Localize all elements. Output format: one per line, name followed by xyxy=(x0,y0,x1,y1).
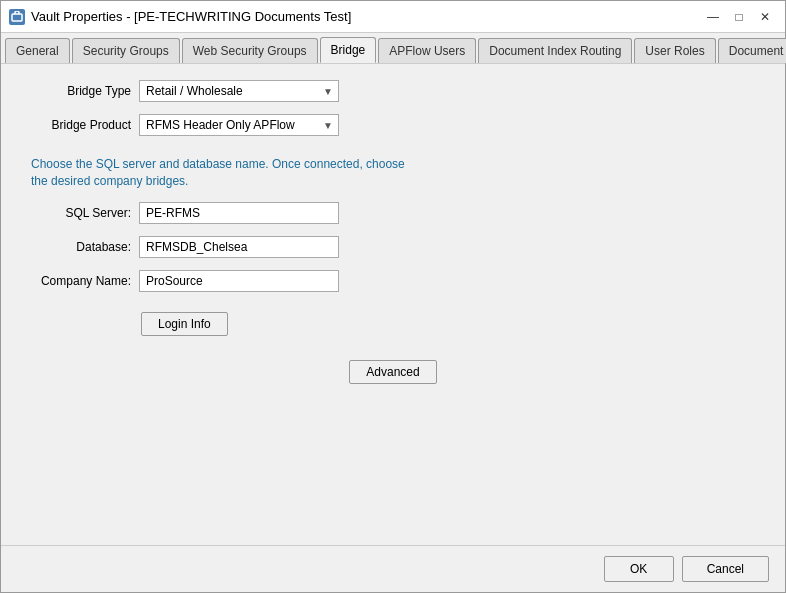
ok-button[interactable]: OK xyxy=(604,556,674,582)
bridge-product-select-wrapper: RFMS Header Only APFlowOther ▼ xyxy=(139,114,339,136)
info-text: Choose the SQL server and database name.… xyxy=(31,156,411,190)
tab-document-publishing[interactable]: Document Publishing xyxy=(718,38,786,63)
bridge-type-select[interactable]: Retail / WholesaleOther xyxy=(139,80,339,102)
main-window: Vault Properties - [PE-TECHWRITING Docum… xyxy=(0,0,786,593)
database-input[interactable] xyxy=(139,236,339,258)
login-info-row: Login Info xyxy=(141,312,765,336)
tab-bar: General Security Groups Web Security Gro… xyxy=(1,33,785,64)
company-name-input[interactable] xyxy=(139,270,339,292)
tab-user-roles[interactable]: User Roles xyxy=(634,38,715,63)
bridge-product-select[interactable]: RFMS Header Only APFlowOther xyxy=(139,114,339,136)
company-name-row: Company Name: xyxy=(21,270,765,292)
maximize-button[interactable]: □ xyxy=(727,7,751,27)
minimize-button[interactable]: — xyxy=(701,7,725,27)
sql-server-row: SQL Server: xyxy=(21,202,765,224)
sql-server-input[interactable] xyxy=(139,202,339,224)
bridge-product-label: Bridge Product xyxy=(21,118,131,132)
tab-security-groups[interactable]: Security Groups xyxy=(72,38,180,63)
window-title: Vault Properties - [PE-TECHWRITING Docum… xyxy=(31,9,351,24)
tab-document-index-routing[interactable]: Document Index Routing xyxy=(478,38,632,63)
advanced-row: Advanced xyxy=(21,360,765,384)
window-icon xyxy=(9,9,25,25)
tab-bridge[interactable]: Bridge xyxy=(320,37,377,63)
advanced-button[interactable]: Advanced xyxy=(349,360,436,384)
tab-general[interactable]: General xyxy=(5,38,70,63)
footer: OK Cancel xyxy=(1,545,785,592)
bridge-product-row: Bridge Product RFMS Header Only APFlowOt… xyxy=(21,114,765,136)
tab-apflow-users[interactable]: APFlow Users xyxy=(378,38,476,63)
bridge-type-select-wrapper: Retail / WholesaleOther ▼ xyxy=(139,80,339,102)
bridge-type-row: Bridge Type Retail / WholesaleOther ▼ xyxy=(21,80,765,102)
login-info-button[interactable]: Login Info xyxy=(141,312,228,336)
company-name-label: Company Name: xyxy=(21,274,131,288)
bridge-type-label: Bridge Type xyxy=(21,84,131,98)
database-row: Database: xyxy=(21,236,765,258)
svg-rect-0 xyxy=(12,14,22,21)
close-button[interactable]: ✕ xyxy=(753,7,777,27)
cancel-button[interactable]: Cancel xyxy=(682,556,769,582)
database-label: Database: xyxy=(21,240,131,254)
sql-server-label: SQL Server: xyxy=(21,206,131,220)
title-bar: Vault Properties - [PE-TECHWRITING Docum… xyxy=(1,1,785,33)
content-area: Bridge Type Retail / WholesaleOther ▼ Br… xyxy=(1,64,785,545)
tab-web-security-groups[interactable]: Web Security Groups xyxy=(182,38,318,63)
